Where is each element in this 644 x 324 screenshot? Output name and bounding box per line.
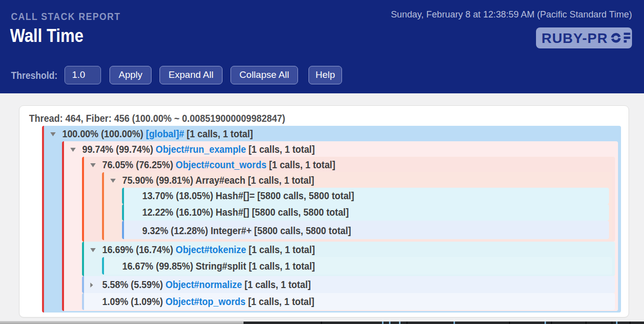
- svg-text:RUBY-PR: RUBY-PR: [542, 30, 608, 46]
